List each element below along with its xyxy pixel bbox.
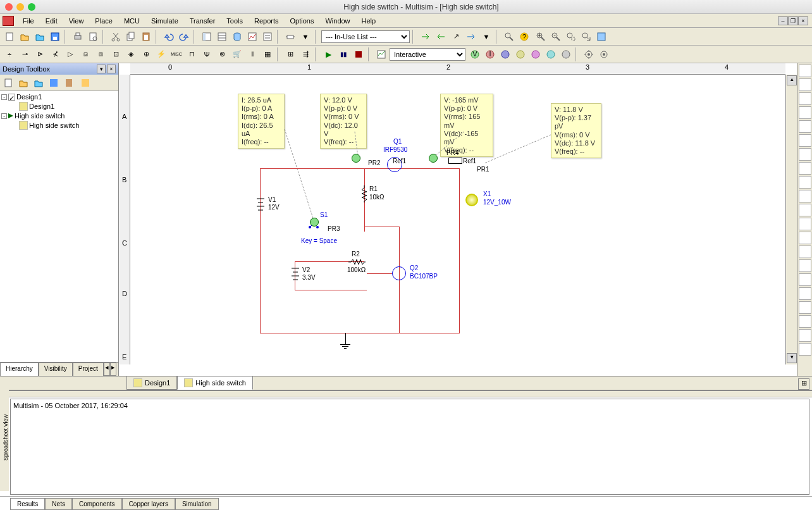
place-misc-button[interactable]: MISC xyxy=(169,47,183,61)
probe-settings2-button[interactable] xyxy=(597,47,611,61)
mdi-minimize-icon[interactable]: – xyxy=(778,16,788,25)
doc-tab-highsideswitch[interactable]: High side switch xyxy=(177,376,252,390)
place-basic-button[interactable]: ⊸ xyxy=(18,47,32,61)
probe-pr3[interactable] xyxy=(310,218,319,227)
iv-analyzer-icon[interactable] xyxy=(799,204,811,216)
menu-edit[interactable]: Edit xyxy=(40,16,63,26)
close-icon[interactable] xyxy=(5,3,13,11)
wire[interactable] xyxy=(295,290,367,290)
function-generator-icon[interactable] xyxy=(799,78,811,91)
tektronix-scope-icon[interactable] xyxy=(799,301,811,314)
multimeter-icon[interactable] xyxy=(799,65,811,77)
place-electromech-button[interactable]: ⊗ xyxy=(215,47,229,61)
menu-view[interactable]: View xyxy=(64,16,89,26)
probe-5-button[interactable] xyxy=(544,47,558,61)
menu-reports[interactable]: Reports xyxy=(249,16,284,26)
toolbox-dropdown-icon[interactable]: ▾ xyxy=(97,65,106,73)
place-misc-digital-button[interactable]: ⊡ xyxy=(109,47,123,61)
stop-button[interactable] xyxy=(352,47,366,61)
zoom-area-button[interactable] xyxy=(564,30,578,44)
print-preview-button[interactable] xyxy=(86,30,100,44)
tree-root-design1[interactable]: - ✓ Design1 xyxy=(1,92,117,101)
scroll-up-icon[interactable]: ▴ xyxy=(787,75,797,85)
distortion-analyzer-icon[interactable] xyxy=(799,218,811,230)
collapse-icon[interactable]: - xyxy=(1,113,7,119)
menu-transfer[interactable]: Transfer xyxy=(185,16,221,26)
scrollbar-vertical[interactable]: ▴ ▾ xyxy=(785,75,797,364)
paste-button[interactable] xyxy=(139,30,153,44)
doc-tab-design1[interactable]: Design1 xyxy=(126,376,177,390)
undo-button[interactable] xyxy=(162,30,176,44)
grapher-button[interactable] xyxy=(245,30,259,44)
probe-i-button[interactable]: I xyxy=(483,47,497,61)
menu-mcu[interactable]: MCU xyxy=(119,16,145,26)
mdi-restore-icon[interactable]: ❐ xyxy=(788,16,798,25)
agilent-mm-icon[interactable] xyxy=(799,273,811,286)
ultiboard-forward-button[interactable] xyxy=(419,30,433,44)
labview-instrument-icon[interactable] xyxy=(799,315,811,328)
oscilloscope-icon[interactable] xyxy=(799,106,811,119)
wire[interactable] xyxy=(402,168,459,169)
ss-tab-simulation[interactable]: Simulation xyxy=(175,498,219,510)
window-controls[interactable] xyxy=(5,3,35,11)
toolbox-open-button[interactable] xyxy=(16,76,30,90)
help-button[interactable]: ? xyxy=(517,30,531,44)
wire[interactable] xyxy=(345,333,346,344)
ss-tab-copper[interactable]: Copper layers xyxy=(122,498,175,510)
cut-button[interactable] xyxy=(109,30,123,44)
toolbox-paste-button[interactable] xyxy=(62,76,76,90)
toolbox-close-icon[interactable]: × xyxy=(107,65,116,73)
find-button[interactable] xyxy=(464,30,478,44)
run-button[interactable]: ▶ xyxy=(321,47,335,61)
component-r1[interactable] xyxy=(360,185,368,206)
spreadsheet-splitter[interactable] xyxy=(0,391,812,397)
full-screen-button[interactable] xyxy=(594,30,608,44)
learning-button[interactable] xyxy=(502,30,516,44)
place-connector-button[interactable]: ⫴ xyxy=(245,47,259,61)
tab-project[interactable]: Project xyxy=(73,363,104,376)
place-diode-button[interactable]: ⊳ xyxy=(33,47,47,61)
probe-diff-button[interactable] xyxy=(514,47,527,61)
network-analyzer-icon[interactable] xyxy=(799,246,811,258)
zoom-fit-button[interactable] xyxy=(579,30,593,44)
tree-child-highsideswitch[interactable]: High side switch xyxy=(1,120,117,130)
toggle-spreadsheet-button[interactable] xyxy=(215,30,229,44)
place-ni-button[interactable]: 🛒 xyxy=(230,47,244,61)
place-ttl-button[interactable]: ⧇ xyxy=(78,47,92,61)
word-generator-icon[interactable] xyxy=(799,162,811,175)
wire[interactable] xyxy=(367,273,392,274)
copy-button[interactable] xyxy=(124,30,138,44)
probe-settings-button[interactable] xyxy=(582,47,596,61)
menu-tools[interactable]: Tools xyxy=(221,16,248,26)
spreadsheet-body[interactable]: Multisim - 05 October 2017, 16:29:04 xyxy=(10,399,809,495)
agilent-fg-icon[interactable] xyxy=(799,259,811,272)
wire[interactable] xyxy=(260,168,261,333)
postprocessor-button[interactable] xyxy=(261,30,274,44)
mdi-controls[interactable]: – ❐ × xyxy=(778,16,808,25)
component-wizard-button[interactable] xyxy=(283,30,297,44)
place-rf-button[interactable]: Ψ xyxy=(200,47,214,61)
database-button[interactable] xyxy=(230,30,244,44)
place-source-button[interactable]: ÷ xyxy=(3,47,16,61)
zoom-out-button[interactable]: - xyxy=(549,30,563,44)
ultiboard-back-button[interactable] xyxy=(434,30,448,44)
logic-converter-icon[interactable] xyxy=(799,190,811,202)
menu-help[interactable]: Help xyxy=(357,16,381,26)
open-sample-button[interactable] xyxy=(33,30,47,44)
frequency-counter-icon[interactable] xyxy=(799,148,811,161)
component-v2[interactable] xyxy=(290,264,300,282)
collapse-icon[interactable]: - xyxy=(1,94,7,100)
place-advanced-button[interactable]: ⊓ xyxy=(185,47,199,61)
spreadsheet-side-label[interactable]: Spreadsheet View xyxy=(0,385,9,491)
probe-vref-button[interactable] xyxy=(529,47,543,61)
zoom-in-button[interactable]: + xyxy=(534,30,548,44)
analysis-icon[interactable] xyxy=(374,47,388,61)
menu-place[interactable]: Place xyxy=(90,16,118,26)
toggle-toolbox-button[interactable] xyxy=(200,30,214,44)
ss-tab-components[interactable]: Components xyxy=(72,498,122,510)
place-power-button[interactable]: ⚡ xyxy=(154,47,168,61)
spectrum-analyzer-icon[interactable] xyxy=(799,232,811,244)
wire[interactable] xyxy=(260,333,460,333)
ss-tab-results[interactable]: Results xyxy=(10,498,45,510)
component-x1[interactable] xyxy=(465,194,478,206)
